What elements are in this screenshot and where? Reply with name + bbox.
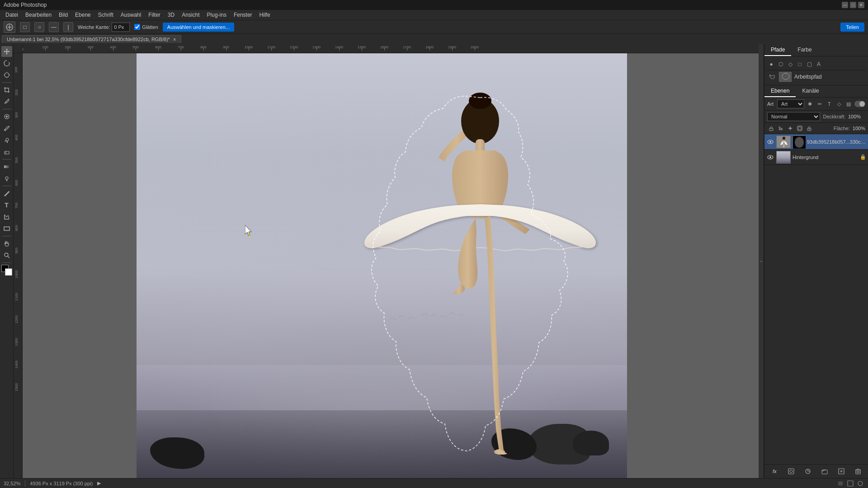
crop-tool[interactable] (1, 84, 12, 95)
layer-filter-icon2[interactable]: ✏ (816, 99, 823, 108)
layer-row-background[interactable]: Hintergrund 🔒 (764, 150, 868, 165)
document-tab[interactable]: Unbenannt-1 bei 32,5% (93db395218b057271… (2, 35, 181, 43)
layer-visibility-1[interactable] (766, 138, 774, 146)
layer-filter-toggle[interactable] (854, 101, 865, 107)
quick-select-tool[interactable] (1, 70, 12, 80)
path-thumbnail (779, 72, 792, 82)
path-frame-icon[interactable]: ▢ (805, 60, 813, 68)
minimize-button[interactable]: — (842, 2, 848, 8)
soft-edge-input[interactable] (112, 23, 130, 32)
arbeitspfad-item[interactable]: Arbeitspfad (766, 70, 866, 83)
zoom-tool[interactable] (1, 250, 12, 261)
canvas-area[interactable]: // Ruler ticks inline 100 200 300 400 50… (14, 44, 759, 478)
tab-pfade[interactable]: Pfade (764, 44, 791, 56)
layer-kind-select[interactable]: Art Name Effekt (777, 99, 804, 108)
path-type-icon[interactable]: A (815, 60, 823, 68)
gradient-tool[interactable] (1, 161, 12, 172)
menu-filter[interactable]: Filter (145, 11, 164, 19)
canvas-content[interactable] (23, 53, 759, 478)
menu-bild[interactable]: Bild (55, 11, 71, 19)
status-arrow[interactable]: ▶ (97, 480, 101, 486)
lock-position-icon[interactable] (786, 124, 794, 132)
path-rect-icon[interactable]: □ (796, 60, 804, 68)
layer-row-ballerina[interactable]: 93db395218b057...330cfde8922cb (764, 134, 868, 150)
svg-rect-30 (788, 469, 794, 474)
panel-collapse-button[interactable]: › (759, 44, 764, 478)
menu-auswahl[interactable]: Auswahl (117, 11, 145, 19)
single-col-icon[interactable]: | (63, 22, 73, 32)
layer-visibility-2[interactable] (766, 153, 774, 161)
soft-edge-group: Weiche Kante: (78, 23, 130, 32)
layer-filter-icon5[interactable]: ▤ (844, 99, 852, 108)
healing-tool[interactable] (1, 111, 12, 122)
eraser-tool[interactable] (1, 146, 12, 157)
layers-options: Art Art Name Effekt ✱ ✏ T ◇ ▤ (764, 98, 868, 111)
dodge-tool[interactable] (1, 173, 12, 184)
lasso-tool[interactable] (1, 58, 12, 69)
menu-schrift[interactable]: Schrift (94, 11, 117, 19)
tab-label: Unbenannt-1 bei 32,5% (93db395218b057271… (7, 37, 170, 42)
select-mask-button[interactable]: Auswählen und maskieren... (163, 23, 234, 32)
tab-ebenen[interactable]: Ebenen (764, 85, 796, 97)
svg-rect-5 (5, 151, 9, 154)
svg-point-23 (769, 141, 771, 143)
add-fx-button[interactable]: fx (769, 466, 779, 476)
menu-fenster[interactable]: Fenster (230, 11, 256, 19)
lock-artboard-icon[interactable] (796, 124, 804, 132)
menu-hilfe[interactable]: Hilfe (256, 11, 274, 19)
layer-thumbnail-2 (776, 151, 791, 164)
menu-datei[interactable]: Datei (2, 11, 22, 19)
rectangle-tool[interactable] (1, 223, 12, 234)
add-layer-button[interactable] (836, 466, 846, 476)
layer-filter-icon1[interactable]: ✱ (806, 99, 814, 108)
add-adjustment-button[interactable] (803, 466, 813, 476)
color-selector[interactable] (1, 265, 12, 276)
maximize-button[interactable]: □ (850, 2, 856, 8)
path-hex-icon[interactable]: ⬡ (777, 60, 785, 68)
app-title: Adobe Photoshop (4, 2, 47, 8)
add-mask-button[interactable] (786, 466, 796, 476)
hand-tool[interactable] (1, 238, 12, 249)
status-icon-3[interactable] (856, 479, 864, 488)
status-icon-1[interactable] (836, 479, 844, 488)
layer-mask-thumb-1 (793, 136, 805, 148)
menu-ansicht[interactable]: Ansicht (178, 11, 203, 19)
zoom-level: 32,52% (4, 481, 20, 486)
path-circle-icon[interactable]: ● (767, 60, 775, 68)
close-button[interactable]: ✕ (858, 2, 864, 8)
add-group-button[interactable] (820, 466, 830, 476)
menu-plugins[interactable]: Plug-ins (203, 11, 230, 19)
menu-3d[interactable]: 3D (164, 11, 178, 19)
smooth-checkbox-label[interactable]: Glätten (134, 24, 158, 30)
lock-image-icon[interactable] (777, 124, 785, 132)
svg-point-17 (779, 127, 780, 128)
status-icon-2[interactable] (846, 479, 854, 488)
path-select-tool[interactable] (1, 211, 12, 222)
brush-tool[interactable] (1, 123, 12, 134)
tool-separator-3 (2, 159, 11, 160)
lock-all-icon[interactable] (805, 124, 813, 132)
blend-mode-select[interactable]: Normal Auflösen Abdunkeln Multiplizieren… (767, 112, 820, 121)
layer-filter-icon3[interactable]: T (826, 99, 833, 108)
layer-filter-icon4[interactable]: ◇ (835, 99, 843, 108)
lock-transparent-icon[interactable] (767, 124, 775, 132)
share-button[interactable]: Teilen (840, 23, 864, 32)
eyedropper-tool[interactable] (1, 96, 12, 107)
tab-close-button[interactable]: ✕ (173, 37, 176, 42)
pen-tool[interactable] (1, 188, 12, 199)
delete-layer-button[interactable] (853, 466, 863, 476)
tool-separator-4 (2, 186, 11, 186)
smooth-checkbox[interactable] (134, 24, 140, 30)
circle-marquee-icon[interactable]: ○ (34, 22, 44, 32)
clone-stamp-tool[interactable] (1, 135, 12, 145)
menu-bearbeiten[interactable]: Bearbeiten (22, 11, 55, 19)
rect-marquee-icon[interactable]: □ (20, 22, 30, 32)
path-diamond-icon[interactable]: ◇ (786, 60, 794, 68)
text-tool[interactable]: T (1, 200, 12, 211)
tool-preset-icon[interactable] (4, 21, 15, 33)
tab-kanaele[interactable]: Kanäle (796, 85, 825, 97)
tab-farbe[interactable]: Farbe (791, 44, 818, 56)
move-tool[interactable] (1, 46, 12, 57)
single-row-icon[interactable]: — (49, 22, 59, 32)
menu-ebene[interactable]: Ebene (71, 11, 94, 19)
